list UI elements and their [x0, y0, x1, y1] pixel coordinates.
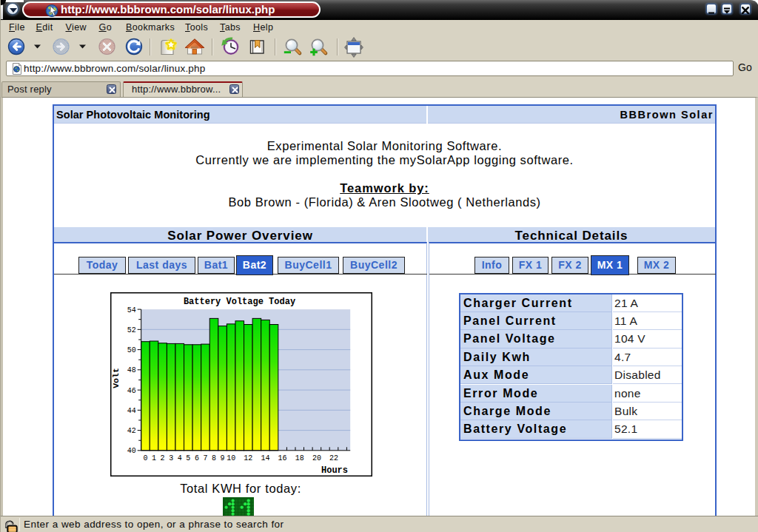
svg-text:12: 12	[244, 454, 252, 462]
svg-text:54: 54	[127, 306, 135, 314]
svg-text:40: 40	[127, 447, 135, 455]
svg-text:48: 48	[127, 366, 135, 374]
svg-text:9: 9	[220, 454, 224, 462]
svg-text:4: 4	[177, 454, 181, 462]
svg-text:20: 20	[312, 454, 321, 462]
svg-text:1: 1	[152, 454, 156, 462]
svg-text:3: 3	[169, 454, 173, 462]
svg-text:8: 8	[211, 454, 215, 462]
svg-text:6: 6	[194, 454, 198, 462]
svg-text:16: 16	[278, 454, 286, 462]
svg-text:44: 44	[127, 406, 135, 414]
svg-text:5: 5	[186, 454, 190, 462]
svg-text:2: 2	[160, 454, 164, 462]
svg-text:42: 42	[127, 427, 135, 435]
svg-text:50: 50	[127, 346, 135, 354]
svg-text:Hours: Hours	[321, 465, 347, 475]
svg-text:52: 52	[127, 326, 135, 334]
svg-text:Volt: Volt	[110, 368, 120, 388]
svg-text:46: 46	[127, 386, 135, 394]
svg-text:18: 18	[295, 454, 303, 462]
svg-text:Battery Voltage Today: Battery Voltage Today	[183, 296, 295, 306]
svg-text:0: 0	[143, 454, 147, 462]
svg-text:7: 7	[203, 454, 207, 462]
svg-text:22: 22	[329, 454, 338, 462]
svg-text:14: 14	[261, 454, 269, 462]
svg-text:10: 10	[227, 454, 235, 462]
